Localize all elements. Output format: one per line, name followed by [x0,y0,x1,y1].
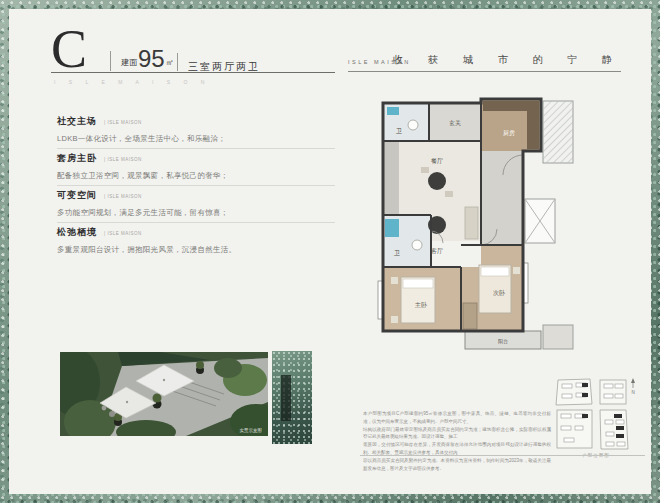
feature-tag: | ISLE MAISON [104,231,142,236]
feature-divider [57,222,335,223]
divider [110,51,111,71]
area-unit: ㎡ [166,57,174,71]
north-label: N [631,390,634,395]
feature-divider [57,148,335,149]
disclaimer-text: 本户型图为项目C户型建面约95㎡装修示意图，图中家具、饰品、绿植、电器等均非交付… [363,410,551,472]
dining-table [428,172,446,190]
key-plan-drawing: N [554,376,638,452]
courtyard-photo: 实景示意图 [60,352,268,436]
label-balcony: 阳台 [498,338,508,345]
public-corridor [543,325,573,349]
corridor-floor [481,151,523,245]
label-living: 客厅 [431,247,443,255]
elevator-shaft [525,199,555,243]
dining-chair [445,191,453,197]
north-arrow-icon: N [631,378,635,395]
feature-tag: | ISLE MAISON [104,120,142,125]
disclaimer-line: 容以商品房买卖合同及附件约定为准。本资料仅为宣传资料，制作时间为2023年，敬请… [363,457,551,473]
bath2-shower [385,219,399,237]
kitchen-counter-top [483,101,539,111]
label-bath2: 卫 [394,249,400,256]
feature-block-social: 社交主场 | ISLE MAISON LDKB一体化设计，全场景生活中心，和乐融… [57,115,335,144]
label-kitchen: 厨房 [503,129,515,136]
feature-title: 套房主卧 [57,152,97,165]
area-value: 95 [138,47,165,71]
label-bath1: 卫 [396,127,402,134]
header-rule-left [51,72,335,73]
dining-chair [421,167,429,173]
label-dining: 餐厅 [431,157,443,164]
unit-letter: C [51,22,87,76]
feature-desc: LDKB一体化设计，全场景生活中心，和乐融洽； [57,134,335,144]
sofa [465,207,478,239]
divider [177,53,178,71]
feature-block-flex: 可变空间 | ISLE MAISON 多功能空间规划，满足多元生活可能，留有惊喜… [57,189,335,218]
feature-desc: 配备独立卫浴空间，观景飘窗，私享悦己的奢华； [57,171,335,181]
bath2-wc [412,240,422,250]
label-bedroom2: 次卧 [493,289,505,296]
header-rule-right [348,71,621,72]
key-plan: N [554,376,638,452]
courtyard-photo-image: 实景示意图 [60,352,268,436]
feature-block-master: 套房主卧 | ISLE MAISON 配备独立卫浴空间，观景飘窗，私享悦己的奢华… [57,152,335,181]
feature-title: 松弛栖境 [57,226,97,239]
feature-divider [57,185,335,186]
feature-title: 可变空间 [57,189,97,202]
feature-tag: | ISLE MAISON [104,157,142,162]
disclaimer-line: 结构以政府部门最终审定图纸及商品房买卖合同约定为准；建筑面积含公摊，实际面积以权… [363,426,551,442]
label-entry: 玄关 [449,119,461,126]
feature-block-relax: 松弛栖境 | ISLE MAISON 多重景观阳台设计，拥抱阳光风景，沉浸自然生… [57,226,335,255]
photo-caption: 实景示意图 [240,427,263,434]
feature-tag: | ISLE MAISON [104,194,142,199]
area-label: 建面 [121,57,137,71]
wardrobe [463,303,477,329]
disclaimer-line: 本户型图为项目C户型建面约95㎡装修示意图，图中家具、饰品、绿植、电器等均非交付… [363,410,551,426]
footer-rule [360,455,645,456]
feature-title: 社交主场 [57,115,97,128]
feature-desc: 多功能空间规划，满足多元生活可能，留有惊喜； [57,208,335,218]
kitchen-counter-side [527,111,539,149]
feature-desc: 多重景观阳台设计，拥抱阳光风景，沉浸自然生活。 [57,245,335,255]
stairs-hatch [543,101,573,163]
unit-area: 建面 95 ㎡ [121,47,174,71]
strip-doorway [281,375,291,421]
floor-plan-drawing: 玄关 厨房 卫 餐厅 客厅 卫 主卧 次卧 阳台 [373,95,575,352]
bath1-sink [387,107,399,115]
floor-plan: 玄关 厨房 卫 餐厅 客厅 卫 主卧 次卧 阳台 [373,95,575,352]
closet-strip [383,141,399,215]
bath1-wc [408,120,418,130]
brand-watermark: I S L E M A I S O N [54,79,210,85]
page: C 建面 95 ㎡ 三室两厅两卫 I S L E M A I S O N ISL… [9,9,651,494]
glass-texture-strip [272,351,312,444]
slogan: 收 获 城 市 的 宁 静 [393,53,623,67]
label-master: 主卧 [415,301,427,308]
brochure-page: { "header": { "unit_letter": "C", "area_… [0,0,660,503]
